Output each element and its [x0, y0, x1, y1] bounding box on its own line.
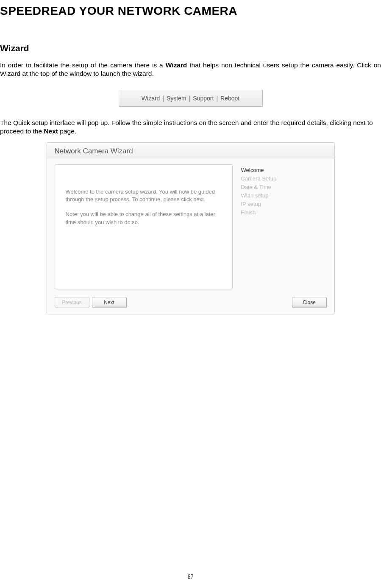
wizard-step-ip: IP setup: [241, 200, 277, 208]
toolbar-divider: |: [216, 95, 218, 102]
intro-paragraph-1: In order to facilitate the setup of the …: [0, 61, 381, 78]
wizard-step-finish: Finish: [241, 208, 277, 217]
paragraph2-next-bold: Next: [44, 128, 58, 135]
toolbar-item-reboot: Reboot: [220, 95, 239, 102]
intro-text-a: In order to facilitate the setup of the …: [0, 61, 166, 69]
previous-button: Previous: [55, 297, 89, 308]
wizard-body: Welcome to the camera setup wizard. You …: [47, 159, 334, 294]
toolbar-item-support: Support: [193, 95, 214, 102]
next-button[interactable]: Next: [92, 297, 127, 308]
wizard-step-date-time: Date & Time: [241, 183, 277, 191]
toolbar-item-system: System: [167, 95, 186, 102]
wizard-step-wlan: Wlan setup: [241, 191, 277, 200]
intro-wizard-bold: Wizard: [166, 61, 187, 69]
wizard-step-camera-setup: Camera Setup: [241, 175, 277, 183]
page-number: 67: [0, 574, 381, 580]
toolbar-divider: |: [162, 95, 164, 102]
wizard-welcome-text: Welcome to the camera setup wizard. You …: [66, 188, 222, 204]
close-button[interactable]: Close: [292, 297, 327, 308]
toolbar-divider: |: [189, 95, 191, 102]
wizard-title: Network Camera Wizard: [47, 143, 334, 159]
wizard-content-panel: Welcome to the camera setup wizard. You …: [55, 164, 233, 289]
toolbar-screenshot: Wizard | System | Support | Reboot: [119, 90, 263, 107]
wizard-note-text: Note: you will be able to change all of …: [66, 211, 222, 227]
wizard-step-welcome: Welcome: [241, 166, 277, 175]
wizard-steps-list: Welcome Camera Setup Date & Time Wlan se…: [233, 159, 285, 294]
wizard-footer: Previous Next Close: [47, 294, 334, 314]
wizard-dialog: Network Camera Wizard Welcome to the cam…: [47, 142, 335, 314]
wizard-footer-left: Previous Next: [55, 297, 127, 308]
page-title: SPEEDREAD YOUR NETWORK CAMERA: [0, 0, 381, 18]
section-heading-wizard: Wizard: [0, 43, 381, 53]
paragraph2-text-b: page.: [58, 128, 76, 135]
intro-paragraph-2: The Quick setup interface will pop up. F…: [0, 119, 381, 136]
toolbar-item-wizard: Wizard: [142, 95, 160, 102]
